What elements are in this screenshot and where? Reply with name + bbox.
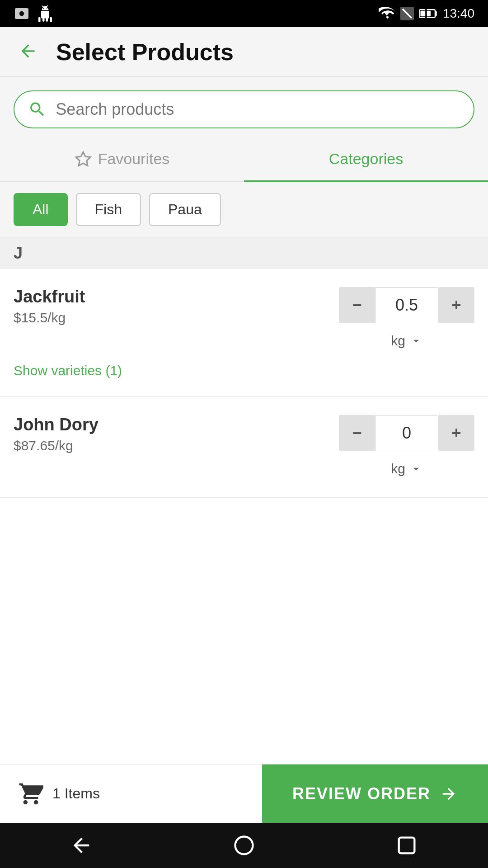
cart-icon xyxy=(18,781,43,807)
cart-info: 1 Items xyxy=(0,781,262,807)
nav-back-icon xyxy=(70,834,93,857)
qty-display-jackfruit: 0.5 xyxy=(375,287,438,323)
search-input[interactable] xyxy=(56,100,460,119)
review-order-button[interactable]: REVIEW ORDER xyxy=(262,764,488,823)
unit-label-john-dory: kg xyxy=(391,461,405,476)
page-header: Select Products xyxy=(0,27,488,77)
section-letter-j: J xyxy=(0,237,488,269)
product-name-john-dory: John Dory xyxy=(14,415,339,434)
back-arrow-icon xyxy=(18,41,38,61)
quantity-control-john-dory: − 0 + kg xyxy=(339,415,474,479)
review-order-label: REVIEW ORDER xyxy=(292,784,431,803)
unit-label-jackfruit: kg xyxy=(391,333,405,349)
back-button[interactable] xyxy=(14,37,42,67)
nav-recents-button[interactable] xyxy=(395,834,418,857)
unit-selector-john-dory[interactable]: kg xyxy=(384,458,430,479)
product-price-john-dory: $87.65/kg xyxy=(14,438,339,453)
tab-favourites-label: Favourites xyxy=(98,150,170,168)
svg-marker-9 xyxy=(76,152,90,165)
search-icon xyxy=(28,99,47,119)
qty-increase-jackfruit[interactable]: + xyxy=(438,287,474,323)
chevron-down-icon-jackfruit xyxy=(410,335,422,347)
nav-back-button[interactable] xyxy=(70,834,93,857)
svg-point-10 xyxy=(235,837,253,854)
star-icon xyxy=(75,151,92,168)
chevron-down-icon-john-dory xyxy=(410,462,422,475)
chip-all[interactable]: All xyxy=(14,193,68,226)
android-icon xyxy=(37,5,53,22)
status-icons-left xyxy=(14,5,53,22)
qty-display-john-dory: 0 xyxy=(375,415,438,451)
products-list: J Jackfruit $15.5/kg − 0.5 + kg xyxy=(0,237,488,764)
bottom-bar: 1 Items REVIEW ORDER xyxy=(0,764,488,823)
svg-point-1 xyxy=(19,11,24,16)
tabs: Favourites Categories xyxy=(0,137,488,182)
product-price-jackfruit: $15.5/kg xyxy=(14,310,339,326)
qty-decrease-john-dory[interactable]: − xyxy=(339,415,375,451)
signal-icon xyxy=(400,7,414,20)
product-info-jackfruit: Jackfruit $15.5/kg xyxy=(14,287,339,326)
chip-paua[interactable]: Paua xyxy=(149,193,221,226)
chip-fish[interactable]: Fish xyxy=(76,193,141,226)
status-info-right: 13:40 xyxy=(379,6,474,21)
qty-row-john-dory: − 0 + xyxy=(339,415,474,451)
search-section xyxy=(0,77,488,137)
quantity-control-jackfruit: − 0.5 + kg xyxy=(339,287,474,351)
product-info-john-dory: John Dory $87.65/kg xyxy=(14,415,339,453)
tab-categories[interactable]: Categories xyxy=(244,137,488,182)
qty-decrease-jackfruit[interactable]: − xyxy=(339,287,375,323)
status-bar: 13:40 xyxy=(0,0,488,27)
status-time: 13:40 xyxy=(443,6,474,21)
nav-recents-icon xyxy=(395,834,418,857)
cart-count: 1 Items xyxy=(52,785,100,802)
arrow-right-icon xyxy=(440,785,458,803)
unit-selector-jackfruit[interactable]: kg xyxy=(384,330,430,351)
nav-bar xyxy=(0,823,488,868)
svg-marker-2 xyxy=(383,12,390,16)
show-varieties-jackfruit[interactable]: Show varieties (1) xyxy=(14,363,122,378)
page-title: Select Products xyxy=(56,38,234,66)
search-bar[interactable] xyxy=(14,90,474,128)
battery-icon xyxy=(419,7,437,20)
wifi-icon xyxy=(379,7,395,20)
nav-home-icon xyxy=(232,834,256,857)
svg-rect-6 xyxy=(435,11,437,16)
svg-rect-11 xyxy=(399,838,415,854)
nav-home-button[interactable] xyxy=(232,834,256,857)
photo-icon xyxy=(14,5,30,22)
tab-categories-label: Categories xyxy=(329,150,403,168)
qty-increase-john-dory[interactable]: + xyxy=(438,415,474,451)
category-chips: All Fish Paua xyxy=(0,182,488,237)
product-name-jackfruit: Jackfruit xyxy=(14,287,339,307)
tab-favourites[interactable]: Favourites xyxy=(0,137,244,182)
product-item-jackfruit: Jackfruit $15.5/kg − 0.5 + kg Show varie… xyxy=(0,269,488,397)
product-item-john-dory: John Dory $87.65/kg − 0 + kg xyxy=(0,397,488,498)
qty-row-jackfruit: − 0.5 + xyxy=(339,287,474,323)
